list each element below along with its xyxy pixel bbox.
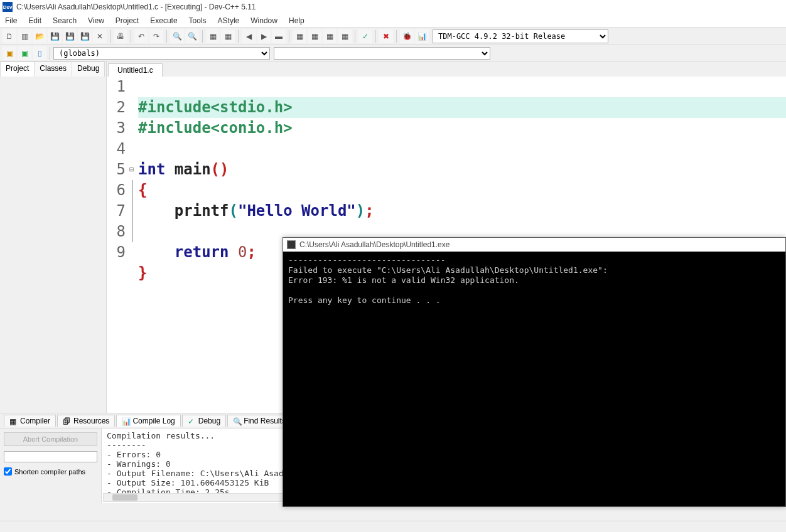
console-icon bbox=[287, 240, 296, 249]
back-icon[interactable]: ◀ bbox=[242, 29, 256, 43]
compiler-dropdown[interactable]: TDM-GCC 4.9.2 32-bit Release bbox=[433, 29, 608, 43]
new-file-icon[interactable]: 🗋 bbox=[3, 29, 16, 43]
open-icon[interactable]: 📂 bbox=[33, 29, 46, 43]
replace-icon[interactable]: 🔍 bbox=[185, 29, 199, 43]
save-as-icon[interactable]: 💾 bbox=[78, 29, 92, 43]
toolbar-main: 🗋 ▥ 📂 💾 💾 💾 ✕ 🖶 ↶ ↷ 🔍 🔍 ▦ ▦ ◀ ▶ ▬ ▦ ▦ ▦ … bbox=[0, 28, 786, 45]
grid3-icon[interactable]: ▦ bbox=[323, 29, 336, 43]
app-icon: Dev bbox=[3, 2, 13, 12]
member-dropdown[interactable] bbox=[274, 47, 490, 60]
menu-bar: File Edit Search View Project Execute To… bbox=[0, 14, 786, 28]
line-gutter: 1 2 3 4 5 6 7 8 9 bbox=[107, 77, 129, 413]
compile-controls: Abort Compilation Shorten compiler paths bbox=[0, 428, 102, 503]
grid-icon: ▦ bbox=[9, 417, 18, 425]
chart-icon: 📊 bbox=[122, 417, 130, 425]
menu-view[interactable]: View bbox=[88, 16, 104, 25]
shorten-paths-box[interactable] bbox=[4, 467, 12, 476]
console-titlebar[interactable]: C:\Users\Ali Asadullah\Desktop\Untitled1… bbox=[283, 238, 785, 252]
shorten-paths-checkbox[interactable]: Shorten compiler paths bbox=[4, 467, 97, 476]
compile-icon[interactable]: ▦ bbox=[206, 29, 220, 43]
save-all-icon[interactable]: 💾 bbox=[63, 29, 77, 43]
menu-file[interactable]: File bbox=[5, 16, 17, 25]
fold-column: ⊟ bbox=[129, 77, 138, 413]
forward-icon[interactable]: ▶ bbox=[257, 29, 271, 43]
file-tabs: Untitled1.c bbox=[107, 61, 786, 77]
goto-icon[interactable]: ▣ bbox=[3, 46, 16, 60]
left-panel-tabs: Project Classes Debug bbox=[0, 61, 106, 77]
title-bar: Dev C:\Users\Ali Asadullah\Desktop\Untit… bbox=[0, 0, 786, 14]
left-tab-project[interactable]: Project bbox=[0, 61, 35, 77]
grid-icon[interactable]: ▦ bbox=[293, 29, 306, 43]
check-icon: ✓ bbox=[188, 417, 196, 425]
stop-icon[interactable]: ✖ bbox=[379, 29, 393, 43]
menu-search[interactable]: Search bbox=[53, 16, 77, 25]
debug-icon[interactable]: 🐞 bbox=[400, 29, 414, 43]
window-title: C:\Users\Ali Asadullah\Desktop\Untitled1… bbox=[16, 3, 256, 11]
bookmark-icon[interactable]: ▬ bbox=[272, 29, 286, 43]
console-output[interactable]: -------------------------------- Failed … bbox=[283, 252, 785, 309]
grid2-icon[interactable]: ▦ bbox=[308, 29, 321, 43]
abort-compilation-button[interactable]: Abort Compilation bbox=[4, 432, 97, 446]
find-icon: 🔍 bbox=[233, 417, 241, 425]
new-project-icon[interactable]: ▥ bbox=[18, 29, 31, 43]
menu-project[interactable]: Project bbox=[116, 16, 139, 25]
check-icon[interactable]: ✓ bbox=[358, 29, 372, 43]
shorten-paths-label: Shorten compiler paths bbox=[14, 468, 85, 476]
toolbar-scope: ▣ ▣ ▯ (globals) bbox=[0, 45, 786, 61]
grid4-icon[interactable]: ▦ bbox=[338, 29, 352, 43]
goto3-icon[interactable]: ▯ bbox=[33, 46, 46, 60]
file-tab[interactable]: Untitled1.c bbox=[108, 63, 163, 77]
scope-dropdown[interactable]: (globals) bbox=[53, 47, 270, 60]
redo-icon[interactable]: ↷ bbox=[149, 29, 163, 43]
close-icon[interactable]: ✕ bbox=[93, 29, 107, 43]
bottom-tab-find-results[interactable]: 🔍Find Results bbox=[227, 415, 291, 427]
menu-execute[interactable]: Execute bbox=[150, 16, 177, 25]
bottom-tab-compile-log[interactable]: 📊Compile Log bbox=[116, 415, 180, 427]
bottom-tab-debug[interactable]: ✓Debug bbox=[182, 415, 226, 427]
undo-icon[interactable]: ↶ bbox=[134, 29, 148, 43]
status-bar bbox=[0, 521, 786, 532]
find-icon[interactable]: 🔍 bbox=[170, 29, 184, 43]
left-tab-classes[interactable]: Classes bbox=[34, 61, 72, 77]
console-window[interactable]: C:\Users\Ali Asadullah\Desktop\Untitled1… bbox=[283, 237, 786, 507]
compile-path-input[interactable] bbox=[4, 451, 97, 462]
goto2-icon[interactable]: ▣ bbox=[18, 46, 31, 60]
bottom-tab-compiler[interactable]: ▦Compiler bbox=[4, 415, 56, 427]
resources-icon: 🗐 bbox=[63, 417, 71, 425]
console-title: C:\Users\Ali Asadullah\Desktop\Untitled1… bbox=[299, 240, 450, 249]
menu-tools[interactable]: Tools bbox=[189, 16, 207, 25]
print-icon[interactable]: 🖶 bbox=[114, 29, 127, 43]
left-tab-debug[interactable]: Debug bbox=[72, 61, 105, 77]
menu-astyle[interactable]: AStyle bbox=[218, 16, 240, 25]
menu-help[interactable]: Help bbox=[289, 16, 304, 25]
bottom-tab-resources[interactable]: 🗐Resources bbox=[57, 415, 115, 427]
menu-window[interactable]: Window bbox=[250, 16, 277, 25]
profile-icon[interactable]: 📊 bbox=[415, 29, 429, 43]
fold-toggle-icon[interactable]: ⊟ bbox=[129, 159, 138, 180]
save-icon[interactable]: 💾 bbox=[48, 29, 62, 43]
menu-edit[interactable]: Edit bbox=[28, 16, 41, 25]
run-icon[interactable]: ▦ bbox=[221, 29, 235, 43]
left-panel: Project Classes Debug bbox=[0, 61, 107, 413]
